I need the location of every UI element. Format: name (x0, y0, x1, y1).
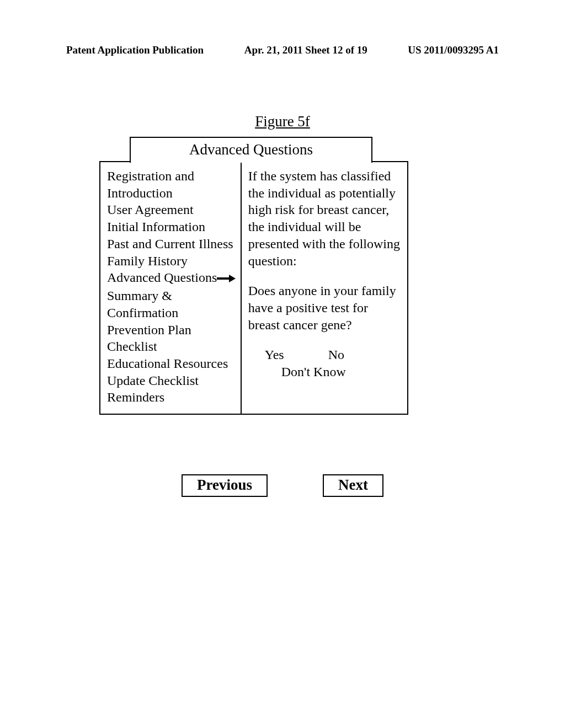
current-step-arrow-icon (217, 270, 236, 287)
nav-item-educational-resources[interactable]: Educational Resources (107, 355, 236, 372)
nav-item-registration[interactable]: Registration and Introduction (107, 168, 236, 201)
header-center: Apr. 21, 2011 Sheet 12 of 19 (244, 44, 367, 56)
previous-button[interactable]: Previous (182, 474, 268, 497)
nav-item-past-current-illness[interactable]: Past and Current Illness (107, 235, 236, 253)
nav-item-user-agreement[interactable]: User Agreement (107, 201, 236, 218)
header-left: Patent Application Publication (66, 44, 204, 56)
header-right: US 2011/0093295 A1 (408, 44, 499, 56)
navigation-list: Registration and Introduction User Agree… (100, 162, 242, 414)
nav-item-reminders[interactable]: Reminders (107, 389, 236, 406)
answer-yes[interactable]: Yes (265, 346, 284, 363)
nav-item-update-checklist[interactable]: Update Checklist (107, 372, 236, 389)
figure-title: Figure 5f (0, 113, 565, 130)
question-text: Does anyone in your family have a positi… (248, 282, 403, 333)
nav-item-prevention-plan[interactable]: Prevention Plan (107, 322, 236, 339)
answer-dont-know[interactable]: Don't Know (281, 363, 403, 381)
button-row: Previous Next (0, 474, 565, 497)
answer-row: Yes No (248, 346, 403, 363)
answer-no[interactable]: No (328, 346, 344, 363)
nav-item-initial-information[interactable]: Initial Information (107, 218, 236, 235)
panel-title: Advanced Questions (130, 137, 372, 163)
nav-item-advanced-questions[interactable]: Advanced Questions (107, 270, 217, 285)
next-button[interactable]: Next (323, 474, 383, 497)
content-panel: If the system has classified the individ… (242, 162, 407, 414)
nav-item-summary-confirmation[interactable]: Summary & Confirmation (107, 287, 236, 321)
svg-marker-1 (229, 275, 236, 282)
nav-item-family-history[interactable]: Family History (107, 253, 236, 270)
intro-text: If the system has classified the individ… (248, 168, 403, 269)
page-header: Patent Application Publication Apr. 21, … (66, 44, 499, 56)
nav-item-checklist[interactable]: Checklist (107, 338, 236, 355)
main-panel: Registration and Introduction User Agree… (99, 161, 408, 415)
